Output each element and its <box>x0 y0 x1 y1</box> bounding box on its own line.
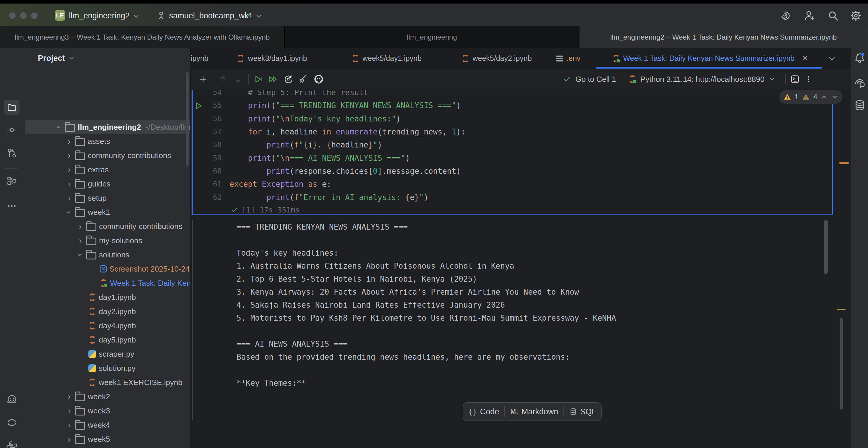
inspections-widget[interactable]: 1 4 <box>779 90 843 104</box>
chevron-collapsed-icon[interactable]: › <box>66 422 72 428</box>
chevron-expanded-icon[interactable]: › <box>56 124 62 130</box>
stripe-mark[interactable] <box>837 309 845 310</box>
code-line[interactable]: print("\n=== AI NEWS ANALYSIS ===") <box>229 152 410 165</box>
add-user-icon[interactable] <box>804 10 815 22</box>
code-line[interactable]: print(f"Error in AI analysis: {e}") <box>229 191 428 204</box>
ai-assistant-icon[interactable] <box>780 10 792 22</box>
code-line[interactable]: for i, headline in enumerate(trending_ne… <box>229 125 465 138</box>
tab-week5-day2[interactable]: week5/day2.ipynb <box>446 48 547 69</box>
tab-list-chevron-icon[interactable] <box>828 54 836 63</box>
chevron-collapsed-icon[interactable]: › <box>66 436 72 442</box>
move-cell-down-button[interactable] <box>233 74 243 84</box>
tree-item-folder[interactable]: ›my-solutions <box>24 233 190 248</box>
more-options-kebab-icon[interactable] <box>804 75 813 84</box>
code-line[interactable]: print(response.choices[0].message.conten… <box>229 165 461 178</box>
chevron-collapsed-icon[interactable]: › <box>66 195 72 201</box>
markdown-cell-button[interactable]: M↓ Markdown <box>510 407 558 416</box>
chevron-collapsed-icon[interactable]: › <box>66 152 72 159</box>
window-zoom-button[interactable] <box>31 12 37 19</box>
tree-item-file[interactable]: week1 EXERCISE.ipynb <box>24 375 190 389</box>
project-panel-scrollbar[interactable] <box>186 72 189 166</box>
github-icon[interactable] <box>313 74 324 85</box>
tree-item-folder[interactable]: ›extras <box>24 163 190 177</box>
previous-issue-icon[interactable] <box>821 93 828 100</box>
window-tab-llm-engineering[interactable]: llm_engineering <box>285 26 579 48</box>
tree-item-folder[interactable]: ›week1 <box>24 205 190 219</box>
structure-icon[interactable] <box>6 175 17 186</box>
chevron-collapsed-icon[interactable]: › <box>66 181 72 187</box>
tree-item-folder[interactable]: ›week6 <box>24 446 190 448</box>
window-close-button[interactable] <box>9 12 16 19</box>
chevron-expanded-icon[interactable]: › <box>77 252 84 258</box>
add-cell-button[interactable] <box>198 74 208 84</box>
search-icon[interactable] <box>827 10 839 22</box>
editor-scrollbar[interactable] <box>840 318 843 410</box>
chevron-collapsed-icon[interactable]: › <box>66 138 72 145</box>
notifications-bell-icon[interactable] <box>854 52 866 64</box>
pull-requests-icon[interactable] <box>6 148 17 158</box>
code-line[interactable]: print("\nToday's key headlines:") <box>229 112 401 125</box>
close-icon[interactable]: ✕ <box>802 54 809 63</box>
tree-item-file[interactable]: day1.ipynb <box>24 290 190 305</box>
jupyter-icon[interactable] <box>6 417 18 428</box>
output-scrollbar[interactable] <box>824 220 828 274</box>
tree-item-folder[interactable]: ›community-contributions <box>24 219 190 233</box>
tree-item-folder[interactable]: ›week3 <box>24 404 190 418</box>
next-issue-icon[interactable] <box>831 93 838 100</box>
branch-switcher[interactable]: samuel_bootcamp_wk1 <box>169 11 253 21</box>
project-panel-header[interactable]: Project <box>38 51 75 66</box>
tree-item-file[interactable]: solution.py <box>24 361 190 375</box>
code-cell-button[interactable]: {} Code <box>468 407 499 416</box>
tab-env[interactable]: .env <box>549 48 588 69</box>
tree-item-folder[interactable]: ›assets <box>24 134 190 148</box>
chevron-expanded-icon[interactable]: › <box>66 209 72 216</box>
window-tab-llm-engineering2[interactable]: llm_engineering2 – Week 1 Task: Daily Ke… <box>580 26 868 48</box>
move-cell-up-button[interactable] <box>218 74 228 84</box>
tree-item-file[interactable]: scraper.py <box>24 347 190 361</box>
python-console-icon[interactable] <box>6 440 18 448</box>
run-line-gutter-icon[interactable] <box>194 102 203 110</box>
tree-item-folder[interactable]: ›week4 <box>24 418 190 432</box>
panel-editor-divider[interactable] <box>190 48 191 448</box>
tab-week5-day1[interactable]: week5/day1.ipynb <box>337 48 436 69</box>
window-minimize-button[interactable] <box>20 12 27 19</box>
tree-item-folder[interactable]: ›guides <box>24 177 190 191</box>
chevron-down-icon[interactable] <box>132 12 140 20</box>
restart-kernel-button[interactable] <box>283 74 293 84</box>
clear-outputs-button[interactable] <box>298 74 308 84</box>
code-line[interactable]: print(f"{i}. {headline}") <box>229 138 382 151</box>
tree-item-file[interactable]: day2.ipynb <box>24 305 190 319</box>
tree-item-file[interactable]: Screenshot 2025-10-24 at <box>24 262 190 276</box>
tree-item-file[interactable]: Week 1 Task: Daily Kenyan <box>24 276 190 290</box>
warning-stripe-mark[interactable] <box>839 162 849 164</box>
chevron-collapsed-icon[interactable]: › <box>77 223 84 230</box>
code-line[interactable]: print("=== TRENDING KENYAN NEWS ANALYSIS… <box>229 99 461 112</box>
database-icon[interactable] <box>854 99 866 111</box>
tree-item-root[interactable]: ›llm_engineering2~/Desktop/llm_en <box>25 120 190 134</box>
tree-item-folder[interactable]: ›community-contributions <box>24 148 190 163</box>
run-all-cells-button[interactable] <box>268 74 278 84</box>
window-tab-llm-engineering3[interactable]: llm_engineering3 – Week 1 Task: Kenyan D… <box>0 26 285 48</box>
tree-item-folder[interactable]: ›week2 <box>24 389 190 404</box>
chevron-down-icon[interactable] <box>255 12 262 20</box>
tree-item-file[interactable]: day4.ipynb <box>24 319 190 333</box>
project-switcher[interactable]: llm_engineering2 <box>69 11 130 21</box>
chevron-collapsed-icon[interactable]: › <box>66 166 72 173</box>
ai-chat-icon[interactable] <box>854 77 866 89</box>
tree-item-file[interactable]: day5.ipynb <box>24 333 190 347</box>
commit-icon[interactable] <box>6 125 17 135</box>
kernel-selector[interactable]: Python 3.11.14: http://localhost:8890 <box>640 75 765 84</box>
chevron-collapsed-icon[interactable]: › <box>66 393 72 400</box>
more-tool-windows-icon[interactable] <box>6 201 17 211</box>
chevron-down-icon[interactable] <box>769 76 776 83</box>
tree-item-folder[interactable]: ›week5 <box>24 432 190 446</box>
tab-active-notebook[interactable]: Week 1 Task: Daily Kenyan News Summarize… <box>596 48 825 69</box>
goto-cell-button[interactable]: Go to Cell 1 <box>576 75 616 84</box>
jupyter-console-icon[interactable] <box>790 74 800 84</box>
tree-item-folder[interactable]: ›setup <box>24 191 190 205</box>
run-cell-button[interactable] <box>253 74 264 84</box>
gear-icon[interactable] <box>850 10 862 22</box>
tab-week3-day1[interactable]: week3/day1.ipynb <box>223 48 321 69</box>
sql-cell-button[interactable]: SQL <box>569 407 596 416</box>
code-line[interactable]: except Exception as e: <box>229 178 331 191</box>
